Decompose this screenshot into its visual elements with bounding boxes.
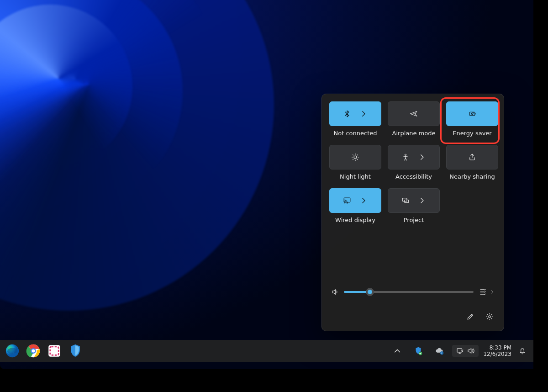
clock-date: 12/6/2023: [483, 351, 511, 357]
svg-rect-26: [457, 349, 462, 352]
tray-overflow-button[interactable]: [389, 343, 406, 359]
svg-point-2: [354, 156, 357, 159]
chrome-app-icon[interactable]: [26, 343, 41, 359]
project-toggle[interactable]: [388, 188, 440, 213]
energy-saver-label: Energy saver: [453, 130, 491, 137]
cast-toggle[interactable]: [329, 188, 381, 213]
edit-quick-settings-button[interactable]: [463, 310, 478, 323]
accessibility-toggle[interactable]: [388, 145, 440, 170]
taskbar-clock[interactable]: 8:33 PM 12/6/2023: [483, 344, 511, 357]
chevron-right-icon: [418, 153, 426, 161]
svg-line-8: [357, 159, 358, 159]
snipping-tool-app-icon[interactable]: [47, 343, 62, 359]
security-tray-icon[interactable]: [410, 343, 427, 359]
sound-output-selector[interactable]: [478, 287, 495, 297]
nearby-sharing-label: Nearby sharing: [449, 173, 495, 180]
volume-icon: [467, 347, 475, 355]
chevron-up-icon: [392, 346, 402, 356]
notifications-button[interactable]: [516, 344, 529, 357]
volume-slider[interactable]: [344, 291, 474, 293]
leaf-battery-icon: [468, 110, 476, 118]
pencil-icon: [466, 313, 474, 321]
quick-settings-panel: Not connected Airplane mode Energy: [321, 94, 504, 331]
network-volume-battery-cluster[interactable]: [452, 345, 479, 357]
bluetooth-label: Not connected: [334, 130, 377, 137]
chevron-right-icon: [418, 196, 426, 205]
network-icon: [456, 347, 464, 355]
cast-icon: [343, 196, 351, 205]
project-icon: [401, 196, 410, 205]
cast-label: Wired display: [335, 217, 375, 223]
brightness-icon: [351, 153, 359, 161]
svg-point-13: [344, 202, 345, 203]
project-label: Project: [404, 217, 424, 223]
accessibility-icon: [401, 153, 410, 161]
night-light-toggle[interactable]: [329, 145, 381, 170]
desktop-wallpaper[interactable]: Evaluation copy. Build 26002.rs_prerelea…: [0, 0, 533, 369]
chevron-right-icon: [359, 110, 368, 118]
open-settings-button[interactable]: [482, 310, 497, 323]
edge-app-icon[interactable]: [5, 343, 20, 359]
onedrive-tray-icon[interactable]: i: [431, 343, 448, 359]
svg-line-10: [357, 155, 358, 155]
svg-rect-0: [469, 112, 475, 116]
bell-icon: [518, 347, 527, 355]
clock-time: 8:33 PM: [490, 344, 511, 351]
nearby-sharing-toggle[interactable]: [446, 145, 498, 170]
airplane-mode-label: Airplane mode: [392, 130, 436, 137]
share-icon: [468, 153, 476, 161]
airplane-icon: [410, 110, 418, 118]
chevron-right-icon: [359, 196, 368, 205]
windows-security-app-icon[interactable]: [68, 343, 83, 359]
energy-saver-toggle[interactable]: [446, 101, 498, 126]
bluetooth-icon: [343, 110, 351, 118]
svg-text:i: i: [442, 352, 443, 355]
speaker-icon: [331, 288, 339, 296]
svg-point-16: [489, 316, 491, 318]
svg-point-20: [32, 349, 35, 352]
gear-icon: [485, 313, 494, 321]
accessibility-label: Accessibility: [395, 173, 432, 180]
night-light-label: Night light: [340, 173, 371, 180]
svg-point-11: [405, 154, 406, 155]
taskbar: i 8:33 PM 12/6/2023: [0, 340, 533, 362]
airplane-mode-toggle[interactable]: [388, 101, 440, 126]
bluetooth-toggle[interactable]: [329, 101, 381, 126]
svg-line-7: [353, 155, 353, 155]
svg-rect-1: [475, 113, 475, 114]
svg-line-9: [353, 159, 353, 159]
